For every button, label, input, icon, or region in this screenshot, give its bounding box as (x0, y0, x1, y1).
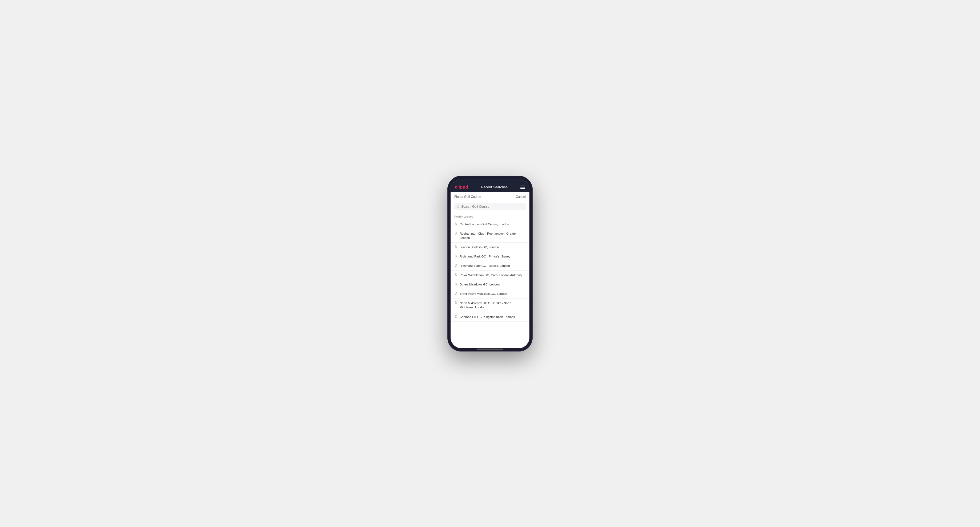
search-input[interactable] (461, 205, 523, 208)
location-pin-icon (454, 273, 458, 277)
location-pin-icon (454, 222, 458, 226)
hamburger-menu-button[interactable] (520, 186, 525, 189)
nearby-courses-section: Nearby courses Central London Golf Centr… (450, 213, 530, 348)
course-name: Royal Wimbledon GC, Great London Authori… (460, 273, 522, 277)
course-name: Dukes Meadows GC, London (460, 282, 500, 287)
location-pin-icon (454, 283, 458, 286)
svg-point-7 (456, 274, 457, 275)
course-name: Central London Golf Centre, London (460, 222, 509, 226)
nearby-label: Nearby courses (450, 213, 530, 220)
course-list-item[interactable]: Roehampton Club - Roehampton, Greater Lo… (450, 229, 530, 243)
course-list-item[interactable]: Richmond Park GC - Prince's, Surrey (450, 252, 530, 261)
course-list-item[interactable]: Royal Wimbledon GC, Great London Authori… (450, 271, 530, 280)
location-pin-icon (454, 232, 458, 235)
hamburger-line-3 (520, 188, 525, 189)
course-name: Roehampton Club - Roehampton, Greater Lo… (460, 232, 526, 240)
course-name: Richmond Park GC - Duke's, London (460, 264, 510, 268)
svg-point-5 (456, 256, 457, 256)
phone-frame: clippd Recent Searches Find a Golf Cours… (447, 176, 533, 351)
course-name: Richmond Park GC - Prince's, Surrey (460, 254, 510, 259)
course-list-item[interactable]: London Scottish GC, London (450, 243, 530, 252)
search-box (454, 203, 526, 210)
location-pin-icon (454, 292, 458, 295)
app-logo: clippd (455, 185, 468, 190)
hamburger-line-1 (520, 186, 525, 186)
course-list-item[interactable]: Brent Valley Municipal GC, London (450, 289, 530, 298)
location-pin-icon (454, 255, 458, 258)
hamburger-line-2 (520, 187, 525, 187)
nav-title: Recent Searches (481, 185, 508, 189)
svg-point-6 (456, 265, 457, 265)
svg-point-4 (456, 246, 457, 247)
course-list-item[interactable]: Richmond Park GC - Duke's, London (450, 261, 530, 271)
cancel-button[interactable]: Cancel (516, 195, 526, 198)
search-header: Find a Golf Course Cancel (450, 192, 530, 201)
course-list: Central London Golf Centre, London Roeha… (450, 220, 530, 322)
course-list-item[interactable]: North Middlesex GC (1011942 - North Midd… (450, 298, 530, 312)
svg-point-2 (456, 223, 457, 224)
home-indicator (477, 349, 503, 350)
course-name: Brent Valley Municipal GC, London (460, 292, 507, 296)
status-bar (450, 179, 530, 183)
svg-point-8 (456, 283, 457, 284)
svg-line-1 (458, 207, 459, 208)
svg-point-11 (456, 316, 457, 317)
search-box-wrapper (450, 201, 530, 213)
svg-point-10 (456, 302, 457, 303)
course-list-item[interactable]: Coombe Hill GC, Kingston upon Thames (450, 313, 530, 322)
nav-bar: clippd Recent Searches (450, 183, 530, 192)
svg-point-3 (456, 232, 457, 233)
course-name: Coombe Hill GC, Kingston upon Thames (460, 315, 515, 319)
location-pin-icon (454, 264, 458, 268)
course-list-item[interactable]: Dukes Meadows GC, London (450, 280, 530, 289)
course-name: London Scottish GC, London (460, 245, 499, 249)
course-name: North Middlesex GC (1011942 - North Midd… (460, 301, 526, 310)
phone-screen: clippd Recent Searches Find a Golf Cours… (450, 179, 530, 348)
location-pin-icon (454, 315, 458, 319)
svg-point-9 (456, 293, 457, 294)
course-list-item[interactable]: Central London Golf Centre, London (450, 220, 530, 229)
location-pin-icon (454, 245, 458, 249)
location-pin-icon (454, 301, 458, 305)
find-label: Find a Golf Course (454, 195, 481, 198)
search-icon (457, 205, 460, 208)
